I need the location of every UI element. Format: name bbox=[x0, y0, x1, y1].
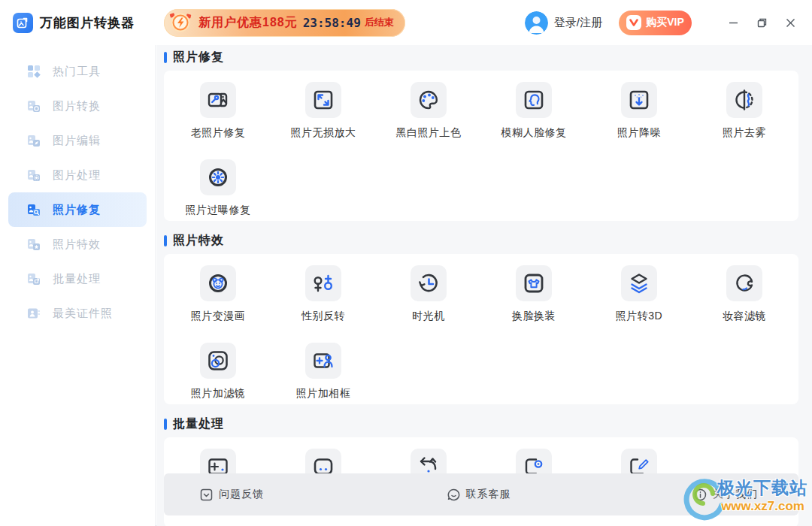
section-accent-bar bbox=[164, 235, 167, 246]
section-accent-bar bbox=[164, 52, 167, 63]
feature-label: 照片变漫画 bbox=[191, 310, 246, 323]
window-controls bbox=[719, 8, 804, 38]
minimize-icon[interactable] bbox=[719, 8, 747, 38]
feature-time-machine[interactable]: 时光机 bbox=[376, 265, 481, 323]
footer-label: 联系客服 bbox=[466, 488, 511, 501]
info-circle-icon bbox=[694, 488, 707, 501]
sidebar-item-batch-process[interactable]: 批量处理 bbox=[8, 261, 147, 296]
promo-countdown: 23:58:49 bbox=[303, 16, 361, 30]
login-label[interactable]: 登录/注册 bbox=[554, 16, 602, 30]
feedback-link[interactable]: 问题反馈 bbox=[200, 488, 264, 501]
support-link[interactable]: 联系客服 bbox=[447, 488, 511, 501]
feature-photo-frame[interactable]: 照片加相框 bbox=[271, 343, 376, 401]
image-edit-icon bbox=[26, 133, 41, 148]
old-photo-repair-icon bbox=[200, 82, 236, 118]
support-chat-icon bbox=[447, 488, 460, 501]
blur-face-repair-icon bbox=[516, 82, 552, 118]
promo-text: 新用户优惠188元 bbox=[198, 15, 298, 31]
feature-label: 换脸换装 bbox=[512, 310, 556, 323]
sidebar-item-label: 图片处理 bbox=[53, 168, 101, 183]
time-machine-clock-icon bbox=[411, 265, 447, 301]
feature-label: 照片转3D bbox=[616, 310, 662, 323]
colorize-palette-icon bbox=[411, 82, 447, 118]
feature-label: 照片加相框 bbox=[296, 387, 351, 401]
section-accent-bar bbox=[164, 419, 167, 430]
promo-banner[interactable]: 新用户优惠188元 23:58:49 后结束 bbox=[164, 9, 405, 37]
feature-label: 时光机 bbox=[412, 310, 445, 323]
feature-face-outfit-swap[interactable]: 换脸换装 bbox=[481, 265, 586, 323]
feature-cartoon[interactable]: 照片变漫画 bbox=[165, 265, 271, 323]
feature-label: 性别反转 bbox=[301, 310, 345, 323]
sidebar-item-image-convert[interactable]: 图片转换 bbox=[8, 89, 147, 123]
sidebar: 热门工具 图片转换 图片编辑 图片处理 bbox=[0, 45, 156, 526]
sidebar-item-label: 照片修复 bbox=[53, 203, 101, 217]
app-logo-icon bbox=[13, 13, 33, 33]
sidebar-item-image-edit[interactable]: 图片编辑 bbox=[8, 123, 147, 158]
hot-tools-icon bbox=[26, 64, 41, 79]
feature-photo-3d[interactable]: 照片转3D bbox=[586, 265, 692, 323]
photo-effects-icon bbox=[26, 237, 41, 252]
title-bar: 万能图片转换器 新用户优惠188元 23:58:49 后结束 登录/注册 bbox=[0, 0, 812, 45]
photo-repair-card: 老照片修复 照片无损放大 bbox=[164, 71, 798, 221]
id-photo-icon bbox=[26, 306, 41, 321]
sidebar-item-label: 照片特效 bbox=[53, 237, 101, 252]
section-title: 照片特效 bbox=[173, 233, 224, 249]
main-content: 照片修复 老照片修复 bbox=[156, 45, 812, 526]
feature-label: 妆容滤镜 bbox=[723, 310, 766, 323]
section-header-photo-repair: 照片修复 bbox=[164, 50, 798, 65]
feature-photo-filter[interactable]: 照片加滤镜 bbox=[165, 343, 271, 401]
section-header-batch-process: 批量处理 bbox=[164, 416, 798, 431]
layers-3d-icon bbox=[621, 265, 657, 301]
image-process-icon bbox=[26, 168, 41, 183]
feature-label: 照片去雾 bbox=[723, 126, 766, 140]
close-icon[interactable] bbox=[776, 8, 804, 38]
sidebar-item-hot-tools[interactable]: 热门工具 bbox=[8, 54, 147, 89]
section-title: 照片修复 bbox=[173, 50, 224, 65]
denoise-icon bbox=[621, 82, 657, 118]
batch-process-icon bbox=[26, 271, 41, 286]
feature-label: 黑白照片上色 bbox=[396, 126, 462, 140]
feature-label: 照片加滤镜 bbox=[191, 387, 246, 401]
feature-blur-face-repair[interactable]: 模糊人脸修复 bbox=[481, 82, 586, 140]
photo-repair-icon bbox=[26, 202, 41, 217]
feature-gender-swap[interactable]: 性别反转 bbox=[271, 265, 376, 323]
promo-suffix: 后结束 bbox=[365, 16, 394, 29]
feature-label: 照片无损放大 bbox=[291, 126, 356, 140]
lossless-upscale-icon bbox=[305, 82, 341, 118]
about-link[interactable]: 关于我们 bbox=[694, 488, 758, 501]
feedback-box-icon bbox=[200, 488, 213, 501]
section-title: 批量处理 bbox=[173, 416, 224, 432]
vip-badge-icon bbox=[626, 15, 641, 30]
sidebar-item-label: 图片编辑 bbox=[53, 134, 101, 148]
sidebar-item-label: 最美证件照 bbox=[53, 307, 113, 321]
sidebar-item-label: 批量处理 bbox=[53, 272, 101, 286]
maximize-icon[interactable] bbox=[747, 8, 776, 38]
feature-denoise[interactable]: 照片降噪 bbox=[586, 82, 692, 140]
defog-icon bbox=[726, 82, 762, 118]
makeup-filter-icon bbox=[726, 265, 762, 301]
tshirt-swap-icon bbox=[516, 265, 552, 301]
image-convert-icon bbox=[26, 98, 41, 113]
feature-colorize[interactable]: 黑白照片上色 bbox=[376, 82, 481, 140]
feature-lossless-upscale[interactable]: 照片无损放大 bbox=[271, 82, 376, 140]
feature-label: 照片降噪 bbox=[617, 126, 661, 140]
sidebar-item-id-photo[interactable]: 最美证件照 bbox=[8, 296, 147, 331]
sidebar-item-photo-repair[interactable]: 照片修复 bbox=[8, 192, 147, 227]
cartoon-bear-icon bbox=[200, 265, 236, 301]
feature-old-photo-repair[interactable]: 老照片修复 bbox=[165, 82, 271, 140]
alarm-lightning-icon bbox=[168, 11, 192, 35]
avatar[interactable] bbox=[525, 11, 548, 35]
sidebar-item-photo-effects[interactable]: 照片特效 bbox=[8, 227, 147, 261]
footer-bar: 问题反馈 联系客服 关于我们 bbox=[164, 473, 798, 515]
sidebar-item-image-process[interactable]: 图片处理 bbox=[8, 158, 147, 192]
buy-vip-button[interactable]: 购买VIP bbox=[619, 11, 692, 35]
feature-overexposure-repair[interactable]: 照片过曝修复 bbox=[165, 159, 271, 217]
app-brand: 万能图片转换器 bbox=[0, 13, 156, 33]
gender-swap-icon bbox=[305, 265, 341, 301]
login-register[interactable]: 登录/注册 bbox=[525, 11, 602, 35]
photo-frame-icon bbox=[305, 343, 341, 379]
feature-makeup-filter[interactable]: 妆容滤镜 bbox=[692, 265, 797, 323]
app-title: 万能图片转换器 bbox=[40, 14, 135, 32]
photo-effects-card: 照片变漫画 性别反转 bbox=[164, 254, 798, 404]
feature-defog[interactable]: 照片去雾 bbox=[692, 82, 797, 140]
